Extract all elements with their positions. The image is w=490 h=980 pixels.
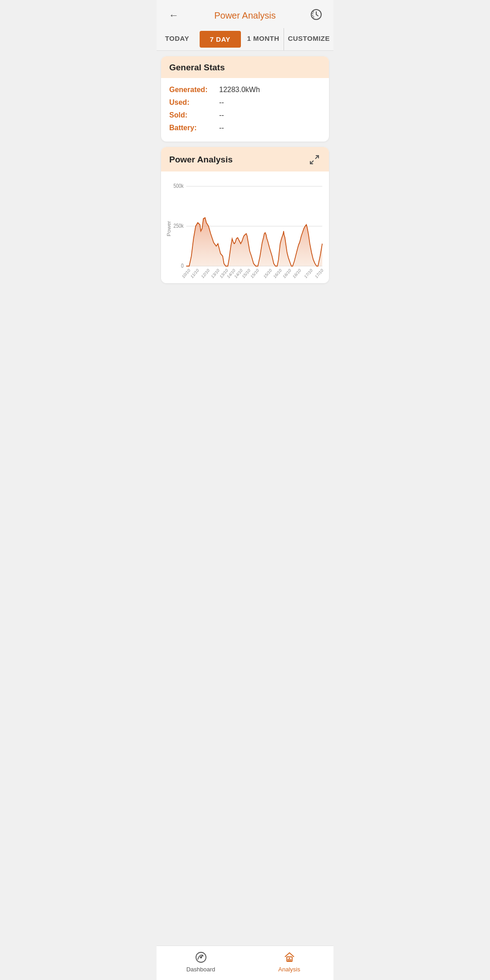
- svg-text:15/10: 15/10: [263, 268, 273, 279]
- general-stats-card: General Stats Generated: 12283.0kWh Used…: [161, 56, 329, 142]
- stat-value-battery: --: [219, 124, 224, 132]
- power-analysis-card: Power Analysis 500k 250k 0 Power: [161, 147, 329, 283]
- svg-text:12/10: 12/10: [201, 268, 211, 279]
- chart-area: 500k 250k 0 Power: [161, 172, 329, 283]
- svg-text:17/10: 17/10: [314, 268, 324, 279]
- svg-text:15/10: 15/10: [241, 268, 251, 279]
- svg-text:0: 0: [181, 263, 184, 269]
- page-title: Power Analysis: [182, 10, 308, 21]
- stat-row-used: Used: --: [169, 96, 321, 109]
- svg-text:11/10: 11/10: [190, 268, 200, 279]
- general-stats-header: General Stats: [161, 56, 329, 78]
- power-chart: 500k 250k 0 Power: [166, 179, 324, 279]
- logout-icon: [310, 8, 323, 23]
- stat-row-battery: Battery: --: [169, 122, 321, 134]
- tab-1month[interactable]: 1 MONTH: [243, 28, 284, 50]
- svg-text:16/10: 16/10: [292, 268, 302, 279]
- logout-button[interactable]: [308, 7, 324, 24]
- general-stats-body: Generated: 12283.0kWh Used: -- Sold: -- …: [161, 78, 329, 142]
- back-button[interactable]: ←: [166, 7, 182, 24]
- svg-text:15/10: 15/10: [250, 268, 260, 279]
- svg-text:10/10: 10/10: [181, 268, 191, 279]
- stat-label-used: Used:: [169, 98, 219, 107]
- stat-row-generated: Generated: 12283.0kWh: [169, 83, 321, 96]
- tab-bar: TODAY 7 DAY 1 MONTH CUSTOMIZE: [157, 28, 333, 51]
- main-content: General Stats Generated: 12283.0kWh Used…: [157, 56, 333, 325]
- svg-text:16/10: 16/10: [282, 268, 292, 279]
- svg-line-2: [310, 161, 314, 164]
- svg-text:17/10: 17/10: [304, 268, 314, 279]
- stat-value-sold: --: [219, 111, 224, 119]
- chart-container: 500k 250k 0 Power: [166, 179, 324, 279]
- stat-row-sold: Sold: --: [169, 109, 321, 122]
- stat-value-generated: 12283.0kWh: [219, 86, 260, 94]
- fullscreen-icon: [309, 154, 320, 165]
- tab-7day[interactable]: 7 DAY: [200, 31, 241, 48]
- stat-value-used: --: [219, 98, 224, 107]
- svg-text:250k: 250k: [173, 223, 184, 229]
- stat-label-sold: Sold:: [169, 111, 219, 119]
- back-icon: ←: [169, 10, 179, 21]
- tab-customize[interactable]: CUSTOMIZE: [284, 28, 333, 50]
- tab-today[interactable]: TODAY: [157, 28, 198, 50]
- power-analysis-header: Power Analysis: [161, 147, 329, 172]
- stat-label-generated: Generated:: [169, 86, 219, 94]
- power-analysis-title: Power Analysis: [169, 155, 233, 165]
- app-header: ← Power Analysis: [157, 0, 333, 28]
- svg-line-1: [315, 156, 318, 159]
- stat-label-battery: Battery:: [169, 124, 219, 132]
- svg-text:Power: Power: [167, 221, 172, 237]
- svg-text:13/10: 13/10: [211, 268, 220, 279]
- general-stats-title: General Stats: [169, 63, 225, 72]
- fullscreen-button[interactable]: [308, 153, 321, 166]
- svg-text:16/10: 16/10: [273, 268, 283, 279]
- svg-text:500k: 500k: [173, 183, 184, 189]
